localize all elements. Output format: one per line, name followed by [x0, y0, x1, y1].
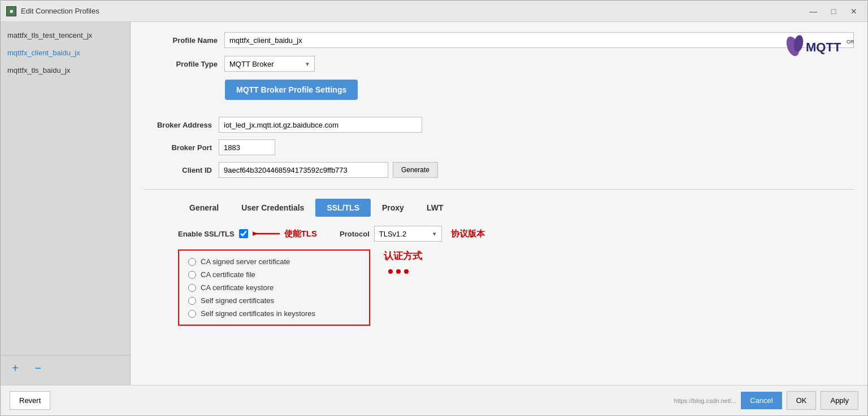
- protocol-select-wrapper: TLSv1.2 TLSv1.1 TLSv1.0 ▼: [374, 226, 442, 242]
- main-window: ■ Edit Connection Profiles — □ ✕ mattfx_…: [0, 0, 868, 416]
- ssl-tls-section: Enable SSL/TLS: [144, 226, 854, 326]
- cert-area: CA signed server certificate CA certific…: [178, 249, 854, 326]
- sidebar-footer: + −: [1, 355, 130, 380]
- dots-area: [388, 269, 422, 274]
- bottom-right: https://blog.csdn.net/... Cancel OK Appl…: [674, 391, 858, 410]
- radio-ca-keystore-input[interactable]: [188, 284, 196, 292]
- broker-port-input[interactable]: [219, 139, 275, 155]
- profile-type-row: Profile Type MQTT Broker MQTT Broker (SS…: [144, 56, 854, 72]
- window-icon: ■: [6, 6, 16, 16]
- broker-port-row: Broker Port: [144, 139, 854, 155]
- profile-type-select[interactable]: MQTT Broker MQTT Broker (SSL) Local MQTT…: [224, 56, 315, 72]
- tabs-row: General User Credentials SSL/TLS Proxy L…: [144, 199, 854, 217]
- tab-lwt[interactable]: LWT: [415, 199, 455, 217]
- profile-type-select-wrapper: MQTT Broker MQTT Broker (SSL) Local MQTT…: [224, 56, 315, 72]
- dot-2: [396, 269, 401, 274]
- profile-name-label: Profile Name: [144, 36, 218, 45]
- main-panel: MQTT ORG Profile Name Profile Type MQTT …: [131, 22, 867, 385]
- url-hint: https://blog.csdn.net/...: [674, 397, 737, 404]
- cert-options-box: CA signed server certificate CA certific…: [178, 249, 370, 326]
- client-id-label: Client ID: [144, 166, 212, 174]
- broker-port-label: Broker Port: [144, 143, 212, 152]
- dot-1: [388, 269, 393, 274]
- radio-self-signed-keystore-input[interactable]: [188, 310, 196, 318]
- broker-address-input[interactable]: [219, 117, 422, 133]
- ssl-enable-checkbox[interactable]: [239, 229, 248, 238]
- cert-method-label: 认证方式: [384, 249, 422, 262]
- protocol-label: Protocol: [340, 230, 370, 238]
- title-bar: ■ Edit Connection Profiles — □ ✕: [1, 1, 867, 22]
- broker-address-label: Broker Address: [144, 121, 212, 129]
- radio-ca-keystore-label: CA certificate keystore: [201, 283, 274, 292]
- profile-name-row: Profile Name: [144, 32, 854, 48]
- ssl-enable-label: Enable SSL/TLS: [178, 230, 235, 238]
- protocol-select[interactable]: TLSv1.2 TLSv1.1 TLSv1.0: [374, 226, 442, 242]
- cancel-button[interactable]: Cancel: [741, 392, 782, 409]
- minimize-button[interactable]: —: [805, 6, 821, 17]
- tab-proxy[interactable]: Proxy: [371, 199, 415, 217]
- dot-3: [404, 269, 409, 274]
- radio-ca-file-input[interactable]: [188, 271, 196, 279]
- bottom-left: Revert: [10, 391, 50, 410]
- radio-ca-file-label: CA certificate file: [201, 270, 255, 279]
- enable-tls-label: 使能TLS: [284, 229, 317, 239]
- cert-annotation-area: 认证方式: [384, 249, 422, 274]
- content-area: mattfx_tls_test_tencent_jx mqttfx_client…: [1, 22, 867, 385]
- bottom-bar: Revert https://blog.csdn.net/... Cancel …: [1, 385, 867, 415]
- radio-self-signed-label: Self signed certificates: [201, 296, 274, 305]
- protocol-group: Protocol TLSv1.2 TLSv1.1 TLSv1.0 ▼ 协议版本: [340, 226, 485, 242]
- generate-button[interactable]: Generate: [393, 162, 438, 178]
- window-title: Edit Connection Profiles: [21, 7, 805, 15]
- svg-text:ORG: ORG: [847, 39, 854, 45]
- add-profile-button[interactable]: +: [7, 360, 23, 376]
- maximize-button[interactable]: □: [826, 6, 841, 17]
- mqtt-logo: MQTT ORG: [786, 32, 854, 60]
- sidebar-item-mqttfx-tls[interactable]: mqttfx_tls_baidu_jx: [1, 62, 130, 79]
- enable-arrow-svg: [253, 228, 281, 239]
- protocol-version-label: 协议版本: [451, 229, 485, 239]
- radio-self-signed-input[interactable]: [188, 297, 196, 305]
- client-id-input[interactable]: [219, 162, 388, 178]
- radio-ca-file[interactable]: CA certificate file: [188, 270, 360, 279]
- tab-general[interactable]: General: [178, 199, 230, 217]
- client-id-row: 运输层安全TLS Client ID: [144, 162, 854, 178]
- radio-ca-keystore[interactable]: CA certificate keystore: [188, 283, 360, 292]
- window-controls: — □ ✕: [805, 6, 862, 17]
- sidebar-item-mattfx[interactable]: mattfx_tls_test_tencent_jx: [1, 27, 130, 44]
- radio-ca-signed-label: CA signed server certificate: [201, 257, 290, 266]
- sidebar-items: mattfx_tls_test_tencent_jx mqttfx_client…: [1, 27, 130, 355]
- tab-ssl-tls[interactable]: SSL/TLS: [315, 199, 371, 217]
- profile-name-input[interactable]: [224, 32, 854, 48]
- ok-button[interactable]: OK: [787, 391, 817, 410]
- svg-text:MQTT: MQTT: [806, 40, 841, 54]
- divider: [144, 189, 854, 190]
- close-button[interactable]: ✕: [846, 6, 862, 17]
- radio-ca-signed[interactable]: CA signed server certificate: [188, 257, 360, 266]
- profile-type-label: Profile Type: [144, 60, 218, 68]
- remove-profile-button[interactable]: −: [30, 360, 46, 376]
- mqtt-broker-settings-button[interactable]: MQTT Broker Profile Settings: [225, 80, 358, 100]
- tab-user-credentials[interactable]: User Credentials: [230, 199, 315, 217]
- ssl-enable-row: Enable SSL/TLS: [178, 226, 854, 242]
- radio-self-signed[interactable]: Self signed certificates: [188, 296, 360, 305]
- enable-tls-annotation: 使能TLS: [253, 228, 317, 239]
- apply-button[interactable]: Apply: [821, 391, 858, 410]
- broker-address-row: Broker Address: [144, 117, 854, 133]
- sidebar: mattfx_tls_test_tencent_jx mqttfx_client…: [1, 22, 131, 385]
- sidebar-item-mqttfx-baidu[interactable]: mqttfx_client_baidu_jx: [1, 44, 130, 62]
- radio-self-signed-keystore[interactable]: Self signed certificates in keystores: [188, 309, 360, 318]
- revert-button[interactable]: Revert: [10, 391, 50, 410]
- ssl-enable-group: Enable SSL/TLS: [178, 228, 317, 239]
- radio-ca-signed-input[interactable]: [188, 258, 196, 266]
- radio-self-signed-keystore-label: Self signed certificates in keystores: [201, 309, 315, 318]
